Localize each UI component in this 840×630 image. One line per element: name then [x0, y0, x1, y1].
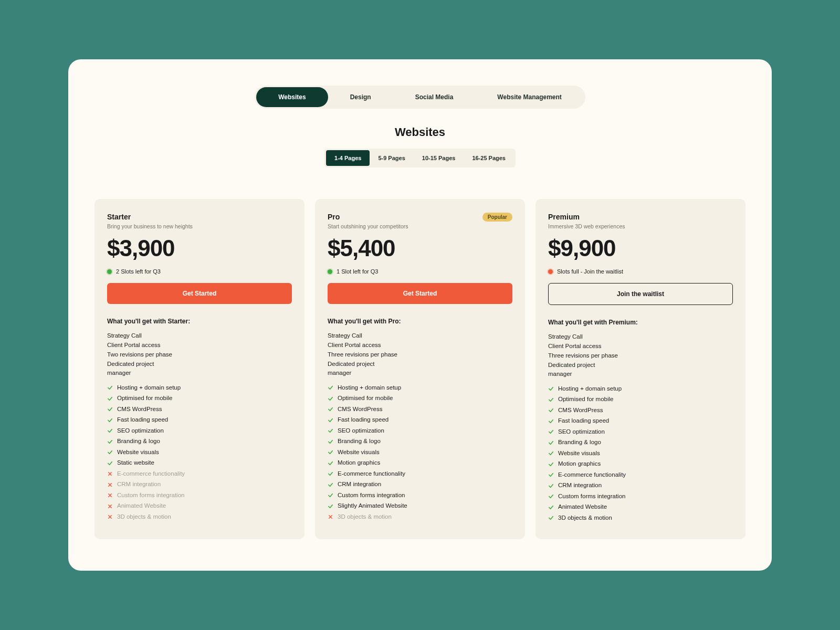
feature-label: CMS WordPress	[338, 406, 382, 413]
feature-label: Custom forms integration	[117, 492, 184, 499]
check-icon	[328, 503, 333, 509]
base-inclusion-item: Dedicated project	[548, 361, 733, 370]
check-icon	[548, 472, 554, 478]
feature-item: Slightly Animated Website	[328, 501, 512, 512]
feature-label: 3D objects & motion	[558, 515, 612, 521]
status-dot-available-icon	[107, 269, 112, 274]
feature-item: Animated Website	[107, 501, 292, 512]
feature-label: SEO optimization	[117, 428, 164, 434]
feature-item: CMS WordPress	[107, 404, 292, 415]
page-range-tab[interactable]: 16-25 Pages	[464, 150, 514, 166]
pricing-card: ProStart outshining your competitorsPopu…	[315, 199, 525, 539]
x-icon	[328, 514, 333, 520]
feature-label: CMS WordPress	[117, 406, 162, 413]
availability-row: Slots full - Join the waitlist	[548, 268, 733, 275]
feature-item: Custom forms integration	[548, 491, 733, 502]
page-range-tabs-container: 1-4 Pages5-9 Pages10-15 Pages16-25 Pages	[94, 149, 746, 167]
join-waitlist-button[interactable]: Join the waitlist	[548, 283, 733, 305]
check-icon	[548, 461, 554, 467]
category-tab[interactable]: Design	[328, 87, 393, 107]
category-tab[interactable]: Websites	[256, 87, 328, 107]
feature-item: Optimised for mobile	[548, 394, 733, 405]
feature-label: Static website	[117, 460, 154, 466]
feature-item: Custom forms integration	[107, 490, 292, 501]
popular-badge: Popular	[482, 213, 512, 222]
page-range-tab[interactable]: 5-9 Pages	[370, 150, 413, 166]
base-inclusion-item: Strategy Call	[328, 331, 512, 341]
x-icon	[107, 514, 113, 520]
page-range-tab[interactable]: 10-15 Pages	[414, 150, 464, 166]
base-inclusion-item: Two revisions per phase	[107, 350, 292, 360]
feature-label: SEO optimization	[558, 429, 605, 435]
included-heading: What you'll get with Pro:	[328, 318, 512, 325]
feature-item: SEO optimization	[328, 425, 512, 436]
status-dot-available-icon	[328, 269, 332, 274]
check-icon	[328, 482, 333, 488]
feature-item: Website visuals	[107, 447, 292, 458]
status-dot-full-icon	[548, 269, 553, 274]
base-inclusion-item: Client Portal access	[548, 342, 733, 351]
feature-item: CMS WordPress	[548, 405, 733, 416]
get-started-button[interactable]: Get Started	[328, 283, 512, 304]
feature-label: E-commerce functionality	[117, 471, 185, 477]
x-icon	[107, 482, 113, 488]
feature-item: E-commerce functionality	[548, 469, 733, 480]
check-icon	[548, 418, 554, 424]
base-inclusion-item: Three revisions per phase	[328, 350, 512, 360]
feature-item: E-commerce functionality	[107, 468, 292, 479]
feature-item: 3D objects & motion	[548, 512, 733, 523]
base-inclusions-list: Strategy CallClient Portal accessThree r…	[328, 331, 512, 378]
check-icon	[328, 406, 333, 412]
plan-name: Pro	[328, 213, 408, 221]
feature-label: CRM integration	[558, 482, 602, 489]
feature-item: Optimised for mobile	[107, 393, 292, 404]
feature-label: Branding & logo	[117, 438, 160, 445]
feature-item: Motion graphics	[328, 458, 512, 469]
plan-price: $3,900	[107, 237, 292, 260]
availability-text: Slots full - Join the waitlist	[557, 268, 623, 275]
feature-item: SEO optimization	[548, 426, 733, 437]
card-header: StarterBring your business to new height…	[107, 213, 292, 237]
feature-label: Animated Website	[558, 504, 607, 510]
base-inclusion-item: manager	[107, 369, 292, 378]
check-icon	[548, 450, 554, 456]
feature-list: Hosting + domain setupOptimised for mobi…	[548, 383, 733, 523]
feature-label: Website visuals	[117, 449, 159, 456]
feature-label: Fast loading speed	[117, 417, 168, 423]
feature-list: Hosting + domain setupOptimised for mobi…	[107, 382, 292, 522]
card-header: PremiumImmersive 3D web experiences	[548, 213, 733, 237]
page-range-tab[interactable]: 1-4 Pages	[326, 150, 370, 166]
feature-label: CRM integration	[117, 481, 161, 488]
feature-label: E-commerce functionality	[558, 472, 626, 478]
check-icon	[548, 494, 554, 499]
feature-label: Custom forms integration	[558, 494, 625, 500]
base-inclusions-list: Strategy CallClient Portal accessThree r…	[548, 332, 733, 379]
check-icon	[107, 385, 113, 391]
x-icon	[107, 492, 113, 498]
feature-item: Hosting + domain setup	[107, 382, 292, 393]
category-tab[interactable]: Website Management	[475, 87, 583, 107]
check-icon	[107, 428, 113, 434]
feature-item: Website visuals	[548, 448, 733, 459]
base-inclusion-item: Three revisions per phase	[548, 351, 733, 361]
category-tab[interactable]: Social Media	[393, 87, 476, 107]
feature-item: Hosting + domain setup	[548, 383, 733, 394]
feature-item: Branding & logo	[328, 436, 512, 447]
feature-label: Fast loading speed	[558, 418, 609, 424]
check-icon	[328, 428, 333, 434]
check-icon	[107, 396, 113, 402]
check-icon	[548, 397, 554, 403]
plan-name: Premium	[548, 213, 625, 221]
check-icon	[328, 417, 333, 423]
check-icon	[328, 460, 333, 466]
page-range-tabs: 1-4 Pages5-9 Pages10-15 Pages16-25 Pages	[324, 149, 516, 167]
feature-item: Motion graphics	[548, 459, 733, 470]
check-icon	[328, 449, 333, 455]
feature-label: 3D objects & motion	[338, 514, 392, 520]
feature-label: Animated Website	[117, 503, 166, 509]
get-started-button[interactable]: Get Started	[107, 283, 292, 304]
feature-item: Hosting + domain setup	[328, 382, 512, 393]
feature-item: CMS WordPress	[328, 404, 512, 415]
feature-label: SEO optimization	[338, 428, 384, 434]
feature-label: Hosting + domain setup	[117, 385, 181, 391]
